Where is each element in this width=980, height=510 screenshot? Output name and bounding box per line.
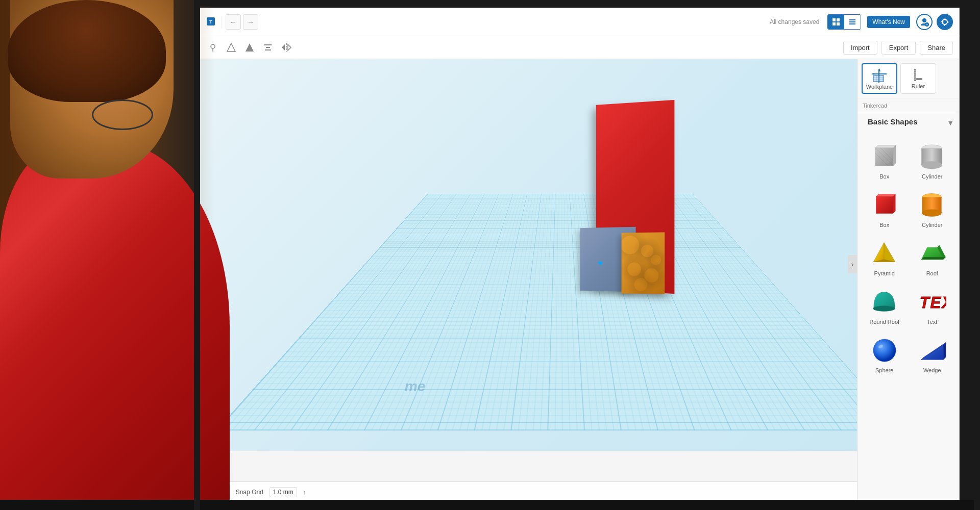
- shape-cylinder-orange[interactable]: Cylinder: [910, 186, 955, 232]
- triangle-filled-tool[interactable]: [242, 40, 257, 55]
- box-gray-label: Box: [879, 173, 889, 180]
- ruler-label: Ruler: [912, 83, 925, 89]
- svg-text:TEXT: TEXT: [920, 294, 946, 312]
- export-button[interactable]: Export: [881, 41, 916, 55]
- svg-rect-2: [832, 18, 836, 21]
- round-roof-label: Round Roof: [869, 319, 899, 325]
- svg-rect-26: [873, 75, 884, 82]
- svg-marker-61: [921, 257, 945, 260]
- svg-rect-4: [832, 22, 836, 26]
- svg-text:+: +: [926, 23, 928, 27]
- shape-box-red[interactable]: Box: [862, 186, 908, 232]
- tool-group-shapes: [206, 40, 293, 55]
- tool-section: Workplane: [857, 59, 959, 98]
- redo-button[interactable]: →: [243, 14, 258, 30]
- sidebar-toggle[interactable]: ›: [848, 255, 857, 273]
- orange-voronoi-shape[interactable]: [621, 232, 665, 294]
- settings-button[interactable]: [937, 14, 953, 30]
- sphere-blue-icon: [869, 335, 900, 366]
- workplane-icon: [871, 67, 888, 84]
- svg-marker-41: [893, 145, 896, 166]
- ruler-tool[interactable]: Ruler: [900, 63, 936, 94]
- app-logo-text: T: [206, 16, 216, 28]
- mirror-tool[interactable]: [279, 40, 293, 55]
- snap-grid-value[interactable]: 1.0 mm: [270, 487, 297, 497]
- svg-point-6: [922, 18, 926, 22]
- box-red-label: Box: [879, 222, 889, 228]
- svg-marker-52: [893, 194, 895, 214]
- shape-pyramid-yellow[interactable]: Pyramid: [862, 234, 908, 280]
- shape-text[interactable]: TEXT Text: [910, 283, 955, 329]
- top-bezel: [194, 0, 980, 6]
- svg-rect-17: [266, 47, 270, 48]
- svg-rect-5: [837, 22, 840, 26]
- whats-new-button[interactable]: What's New: [867, 16, 910, 28]
- svg-marker-56: [873, 243, 884, 262]
- location-tool[interactable]: [206, 40, 220, 55]
- shape-wedge[interactable]: Wedge: [910, 331, 955, 377]
- shape-round-roof[interactable]: Round Roof: [862, 283, 908, 329]
- left-bezel-screen: [194, 0, 200, 510]
- roof-green-label: Roof: [926, 270, 938, 276]
- workplane-tool[interactable]: Workplane: [862, 63, 897, 94]
- right-bezel: [974, 0, 980, 510]
- text-shape-label: Text: [927, 319, 937, 325]
- svg-point-12: [211, 44, 215, 48]
- snap-grid-label: Snap Grid: [236, 489, 263, 496]
- align-tool[interactable]: [261, 40, 275, 55]
- share-button[interactable]: Share: [920, 41, 953, 55]
- workplane-label: Workplane: [866, 84, 893, 90]
- shapes-grid: Box: [857, 133, 959, 381]
- wedge-label: Wedge: [923, 367, 941, 373]
- nav-icons: ← →: [226, 14, 258, 30]
- svg-text:T: T: [209, 19, 212, 24]
- sidebar-dropdown-arrow[interactable]: ▼: [947, 119, 954, 127]
- shape-sphere[interactable]: Sphere: [862, 331, 908, 377]
- snap-arrow-up: ↑: [303, 489, 306, 495]
- svg-marker-67: [943, 343, 946, 360]
- svg-rect-38: [916, 78, 922, 80]
- person-hair: [8, 0, 166, 102]
- roof-green-icon: [917, 238, 947, 269]
- svg-rect-16: [264, 44, 272, 45]
- svg-marker-50: [876, 194, 895, 197]
- shape-box-gray[interactable]: Box: [862, 137, 908, 184]
- bottom-bezel: [0, 500, 980, 510]
- person-glasses: [92, 99, 153, 130]
- 3d-viewport[interactable]: me ›: [200, 59, 959, 451]
- svg-marker-25: [871, 73, 874, 75]
- cylinder-orange-label: Cylinder: [922, 222, 942, 228]
- cylinder-gray-label: Cylinder: [922, 173, 942, 180]
- svg-point-11: [943, 20, 946, 23]
- box-red-icon: [869, 190, 900, 220]
- shape-cylinder-gray[interactable]: Cylinder: [910, 137, 955, 184]
- ruler-icon: [911, 67, 925, 83]
- logo-area: T: [206, 16, 222, 28]
- svg-point-64: [873, 339, 896, 362]
- svg-point-62: [873, 305, 895, 311]
- svg-marker-14: [227, 43, 235, 52]
- svg-marker-21: [288, 44, 291, 50]
- pyramid-yellow-icon: [869, 238, 900, 269]
- bottom-toolbar: Edit Grid Snap Grid 1.0 mm ↑: [200, 481, 857, 502]
- secondary-toolbar: Import Export Share: [200, 36, 959, 59]
- svg-marker-39: [875, 145, 896, 148]
- svg-marker-57: [884, 243, 895, 262]
- undo-button[interactable]: ←: [226, 14, 241, 30]
- cylinder-gray-icon: [917, 141, 947, 172]
- save-status: All changes saved: [770, 18, 819, 26]
- shapes-sidebar: Workplane: [857, 59, 959, 502]
- cylinder-orange-icon: [917, 190, 947, 220]
- tinkercad-container: T ← → All changes saved: [199, 8, 960, 502]
- import-button[interactable]: Import: [843, 41, 877, 55]
- sidebar-title: Basic Shapes: [863, 115, 923, 130]
- shape-roof-green[interactable]: Roof: [910, 234, 955, 280]
- action-buttons: Import Export Share: [843, 41, 953, 55]
- grid-view-button[interactable]: [828, 15, 844, 29]
- list-view-button[interactable]: [844, 15, 861, 29]
- user-button[interactable]: +: [916, 14, 933, 30]
- grid-floor: [216, 194, 904, 430]
- triangle-outline-tool[interactable]: [224, 40, 238, 55]
- round-roof-teal-icon: [869, 287, 900, 317]
- svg-marker-15: [246, 43, 254, 52]
